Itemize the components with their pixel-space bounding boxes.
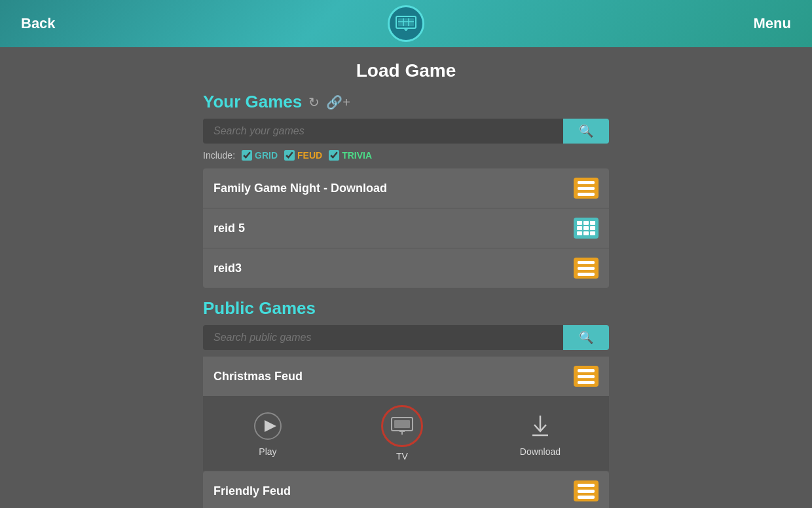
filter-feud[interactable]: FEUD <box>284 150 322 161</box>
header: Back Menu <box>0 0 812 47</box>
public-games-search-button[interactable]: 🔍 <box>563 325 609 350</box>
download-label: Download <box>520 446 561 457</box>
filter-feud-checkbox[interactable] <box>284 150 295 161</box>
game-name: reid3 <box>213 262 242 275</box>
list-item[interactable]: Family Game Night - Download <box>203 168 609 208</box>
filter-grid-checkbox[interactable] <box>242 150 252 161</box>
feud-icon <box>574 258 599 279</box>
link-add-icon[interactable]: 🔗+ <box>326 94 350 110</box>
app-logo <box>388 5 424 42</box>
menu-button[interactable]: Menu <box>754 15 791 32</box>
public-games-section-header: Public Games <box>203 298 609 319</box>
your-games-title: Your Games <box>203 92 302 112</box>
filter-feud-label: FEUD <box>297 150 322 161</box>
main-content: Load Game Your Games ↻ 🔗+ 🔍 Include: GRI… <box>0 47 812 508</box>
play-icon <box>251 410 284 442</box>
your-games-list: Family Game Night - Download reid 5 reid… <box>203 168 609 288</box>
list-item[interactable]: reid 5 <box>203 208 609 248</box>
public-games-title: Public Games <box>203 298 316 319</box>
tv-button[interactable]: TV <box>381 405 423 461</box>
public-games-search-input[interactable] <box>203 325 563 350</box>
your-games-search-bar: 🔍 <box>203 119 609 144</box>
filter-trivia[interactable]: TRIVIA <box>329 150 372 161</box>
feud-icon <box>574 366 599 387</box>
page-title: Load Game <box>203 60 609 81</box>
svg-rect-1 <box>398 18 414 26</box>
tv-label: TV <box>396 451 408 461</box>
public-games-search-bar: 🔍 <box>203 325 609 350</box>
game-name: Friendly Feud <box>213 484 291 498</box>
your-games-search-input[interactable] <box>203 119 563 144</box>
filter-grid-label: GRID <box>255 150 278 161</box>
download-button[interactable]: Download <box>520 410 561 457</box>
download-icon <box>524 410 557 442</box>
game-actions-panel: Play TV <box>203 396 609 471</box>
svg-marker-8 <box>265 420 276 432</box>
grid-icon <box>574 218 599 239</box>
game-name: Christmas Feud <box>213 370 303 383</box>
search-icon: 🔍 <box>579 330 593 345</box>
game-name: reid 5 <box>213 222 245 235</box>
your-games-search-button[interactable]: 🔍 <box>563 119 609 144</box>
play-label: Play <box>259 446 276 457</box>
list-item[interactable]: reid3 <box>203 248 609 288</box>
feud-icon <box>574 480 599 501</box>
svg-rect-10 <box>394 420 410 428</box>
tv-icon-circle <box>381 405 423 447</box>
filter-trivia-checkbox[interactable] <box>329 150 339 161</box>
game-name: Family Game Night - Download <box>213 182 387 195</box>
list-item: Christmas Feud Play <box>203 357 609 471</box>
refresh-icon[interactable]: ↻ <box>308 94 320 110</box>
play-button[interactable]: Play <box>251 410 284 457</box>
filter-grid[interactable]: GRID <box>242 150 278 161</box>
filter-trivia-label: TRIVIA <box>342 150 372 161</box>
search-icon: 🔍 <box>579 124 593 138</box>
filter-label: Include: <box>203 150 235 161</box>
your-games-section-header: Your Games ↻ 🔗+ <box>203 92 609 112</box>
feud-icon <box>574 178 599 199</box>
filter-row: Include: GRID FEUD TRIVIA <box>203 150 609 161</box>
back-button[interactable]: Back <box>21 15 56 32</box>
list-item[interactable]: Friendly Feud <box>203 471 609 508</box>
christmas-feud-row[interactable]: Christmas Feud <box>203 357 609 396</box>
